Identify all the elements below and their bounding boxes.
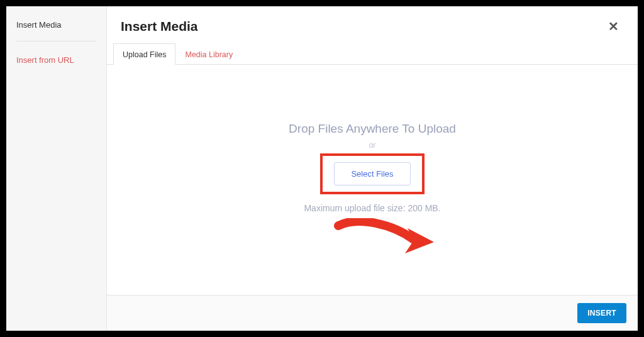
annotation-highlight-box: Select Files bbox=[320, 153, 424, 194]
main-panel: Insert Media ✕ Upload Files Media Librar… bbox=[107, 6, 638, 331]
tab-upload-files[interactable]: Upload Files bbox=[113, 43, 175, 65]
close-icon[interactable]: ✕ bbox=[603, 16, 624, 36]
sidebar: Insert Media Insert from URL bbox=[6, 6, 107, 331]
sidebar-title: Insert Media bbox=[16, 20, 96, 41]
svg-marker-0 bbox=[405, 228, 434, 253]
tab-media-library[interactable]: Media Library bbox=[175, 43, 242, 65]
modal-title: Insert Media bbox=[121, 19, 198, 34]
insert-button[interactable]: INSERT bbox=[577, 303, 626, 323]
insert-from-url-link[interactable]: Insert from URL bbox=[16, 55, 96, 65]
or-text: or bbox=[369, 141, 376, 150]
drop-instruction: Drop Files Anywhere To Upload bbox=[289, 122, 456, 136]
upload-dropzone[interactable]: Drop Files Anywhere To Upload or Select … bbox=[107, 65, 638, 295]
max-upload-text: Maximum upload file size: 200 MB. bbox=[304, 203, 440, 213]
modal-header: Insert Media ✕ bbox=[107, 6, 638, 43]
annotation-arrow-icon bbox=[333, 218, 440, 262]
modal-frame: Insert Media Insert from URL Insert Medi… bbox=[0, 0, 644, 337]
select-files-button[interactable]: Select Files bbox=[334, 162, 410, 185]
tabs: Upload Files Media Library bbox=[107, 43, 638, 65]
modal-footer: INSERT bbox=[107, 295, 638, 331]
